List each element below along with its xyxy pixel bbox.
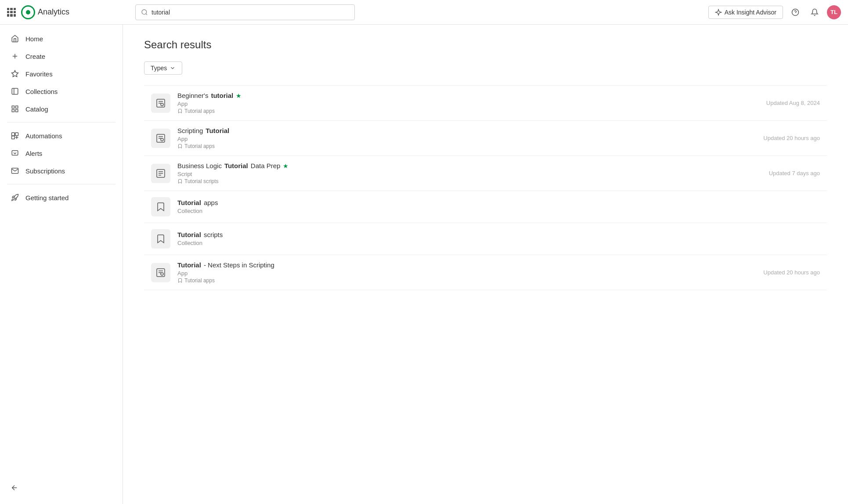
automations-icon [11, 131, 19, 140]
sidebar-item-collections[interactable]: Collections [0, 83, 123, 100]
result-icon-app-3 [151, 263, 170, 282]
types-filter-button[interactable]: Types [144, 61, 182, 75]
types-label: Types [151, 65, 167, 72]
search-bar[interactable] [135, 4, 355, 20]
result-collection-3: Tutorial scripts [177, 178, 762, 184]
create-label: Create [25, 53, 45, 60]
result-icon-app-2 [151, 129, 170, 148]
result-title-3: Business Logic Tutorial Data Prep ★ [177, 162, 762, 169]
result-icon-app [151, 94, 170, 113]
sidebar-item-favorites[interactable]: Favorites [0, 65, 123, 83]
automations-label: Automations [25, 132, 62, 140]
subscriptions-icon [11, 166, 19, 175]
getting-started-icon [11, 193, 19, 202]
collection-icon-3 [177, 179, 183, 184]
result-icon-script [151, 164, 170, 183]
result-date-6: Updated 20 hours ago [763, 269, 820, 276]
result-item-beginners-tutorial[interactable]: Beginner's tutorial ★ App Tutorial apps … [144, 85, 827, 121]
collection-icon-6 [177, 278, 183, 283]
create-icon [11, 52, 19, 61]
sidebar: Home Create Favorites Collections Catalo… [0, 25, 123, 504]
result-date-2: Updated 20 hours ago [763, 135, 820, 141]
grid-menu-icon[interactable] [7, 8, 16, 17]
sidebar-bottom [0, 477, 123, 499]
sidebar-item-subscriptions[interactable]: Subscriptions [0, 162, 123, 180]
result-date-3: Updated 7 days ago [769, 170, 820, 176]
collections-label: Collections [25, 88, 58, 95]
sidebar-divider-1 [7, 122, 115, 122]
subscriptions-label: Subscriptions [25, 167, 65, 175]
svg-rect-11 [12, 110, 14, 112]
collapse-sidebar-button[interactable] [11, 484, 112, 492]
result-item-business-logic[interactable]: Business Logic Tutorial Data Prep ★ Scri… [144, 156, 827, 191]
svg-point-17 [161, 103, 163, 106]
result-item-tutorial-next-steps[interactable]: Tutorial - Next Steps in Scripting App T… [144, 255, 827, 290]
starred-icon-3: ★ [283, 162, 289, 169]
result-item-scripting-tutorial[interactable]: Scripting Tutorial App Tutorial apps Upd… [144, 121, 827, 156]
result-title-2: Scripting Tutorial [177, 127, 756, 134]
catalog-icon [11, 104, 19, 113]
result-type: App [177, 101, 759, 107]
bell-icon [811, 8, 819, 16]
svg-line-1 [146, 14, 147, 15]
result-type-2: App [177, 136, 756, 142]
result-item-tutorial-scripts[interactable]: Tutorial scripts Collection [144, 223, 827, 255]
favorites-icon [11, 69, 19, 78]
search-icon [141, 9, 148, 16]
result-collection-2: Tutorial apps [177, 143, 756, 149]
sidebar-item-getting-started[interactable]: Getting started [0, 189, 123, 206]
qlik-circle-icon [21, 5, 35, 19]
collection-icon [177, 108, 183, 114]
topbar: Analytics Ask Insight Advisor TL [0, 0, 848, 25]
result-date: Updated Aug 8, 2024 [766, 100, 820, 106]
result-title: Beginner's tutorial ★ [177, 92, 759, 99]
search-input[interactable] [152, 9, 349, 16]
result-title-5: Tutorial scripts [177, 231, 820, 238]
alerts-label: Alerts [25, 150, 42, 157]
alerts-icon [11, 149, 19, 158]
svg-point-0 [142, 10, 147, 14]
result-body-2: Scripting Tutorial App Tutorial apps [177, 127, 756, 149]
qlik-logo: Analytics [21, 5, 69, 19]
svg-point-22 [161, 273, 163, 275]
result-body-6: Tutorial - Next Steps in Scripting App T… [177, 261, 756, 284]
main-content: Search results Types Beginner's tutorial… [123, 25, 848, 504]
result-type-4: Collection [177, 208, 820, 214]
svg-rect-12 [12, 133, 15, 136]
svg-rect-13 [15, 133, 18, 136]
result-item-tutorial-apps[interactable]: Tutorial apps Collection [144, 191, 827, 223]
result-collection: Tutorial apps [177, 108, 759, 114]
sidebar-item-home[interactable]: Home [0, 30, 123, 47]
svg-rect-15 [12, 151, 18, 155]
favorites-label: Favorites [25, 70, 53, 78]
sidebar-item-create[interactable]: Create [0, 47, 123, 65]
user-avatar[interactable]: TL [827, 5, 841, 19]
help-button[interactable] [788, 5, 802, 19]
sidebar-item-automations[interactable]: Automations [0, 127, 123, 144]
sidebar-item-catalog[interactable]: Catalog [0, 100, 123, 118]
result-body-3: Business Logic Tutorial Data Prep ★ Scri… [177, 162, 762, 184]
app-name: Analytics [38, 7, 69, 17]
result-type-5: Collection [177, 240, 820, 246]
collapse-icon [11, 484, 18, 492]
result-body-4: Tutorial apps Collection [177, 199, 820, 215]
result-collection-6: Tutorial apps [177, 277, 756, 284]
result-type-6: App [177, 270, 756, 277]
insight-label: Ask Insight Advisor [725, 9, 776, 16]
svg-rect-9 [16, 106, 18, 108]
result-icon-collection-2 [151, 229, 170, 248]
notifications-button[interactable] [808, 5, 822, 19]
svg-rect-8 [12, 106, 14, 108]
sidebar-item-alerts[interactable]: Alerts [0, 144, 123, 162]
svg-marker-6 [12, 71, 18, 77]
catalog-label: Catalog [25, 105, 48, 113]
home-icon [11, 34, 19, 43]
result-title-4: Tutorial apps [177, 199, 820, 206]
svg-point-19 [161, 138, 163, 141]
sparkle-icon [715, 9, 722, 16]
result-body-5: Tutorial scripts Collection [177, 231, 820, 247]
topbar-right: Ask Insight Advisor TL [708, 5, 841, 19]
starred-icon: ★ [236, 92, 242, 99]
insight-advisor-button[interactable]: Ask Insight Advisor [708, 6, 783, 19]
results-list: Beginner's tutorial ★ App Tutorial apps … [144, 85, 827, 290]
